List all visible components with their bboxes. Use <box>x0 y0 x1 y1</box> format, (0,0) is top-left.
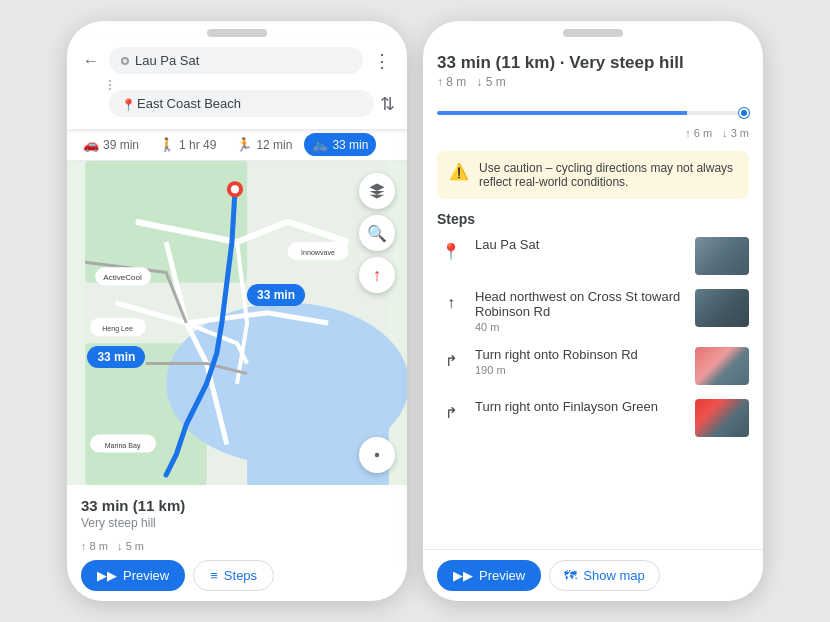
step-2-text: Head northwest on Cross St toward Robins… <box>475 289 685 333</box>
menu-button[interactable]: ⋮ <box>369 48 395 74</box>
time-badge-bottom: 33 min <box>87 346 145 368</box>
tab-walk-label: 1 hr 49 <box>179 138 216 152</box>
step-3-image <box>695 347 749 385</box>
step-3-turn-right-icon: ↱ <box>445 352 458 370</box>
tab-bike2[interactable]: 🏃 12 min <box>228 133 300 156</box>
elevation-section: ↑ 6 m ↓ 3 m <box>437 101 749 139</box>
tab-car[interactable]: 🚗 39 min <box>75 133 147 156</box>
search-map-button[interactable]: 🔍 <box>359 215 395 251</box>
map-background: ActiveCool Innowvave Heng Lee Marina Bay… <box>67 161 407 485</box>
layers-button[interactable] <box>359 173 395 209</box>
tab-car-label: 39 min <box>103 138 139 152</box>
right-preview-label: Preview <box>479 568 525 583</box>
step-3-main: Turn right onto Robinson Rd <box>475 347 685 362</box>
elevation-fill <box>437 111 749 115</box>
right-phone: 33 min (11 km) · Very steep hill ↑ 8 m ↓… <box>423 21 763 601</box>
steps-button[interactable]: ≡ Steps <box>193 560 274 591</box>
route-title: 33 min (11 km) <box>81 497 393 514</box>
origin-input[interactable]: Lau Pa Sat <box>109 47 363 74</box>
elevation-dot <box>739 108 749 118</box>
right-elev-down: ↓ 5 m <box>476 75 505 89</box>
step-4-text: Turn right onto Finlayson Green <box>475 399 685 414</box>
bottom-panel: 33 min (11 km) Very steep hill ↑ 8 m ↓ 5… <box>67 485 407 601</box>
step-1-main: Lau Pa Sat <box>475 237 685 252</box>
elevation-bar <box>437 101 749 125</box>
svg-text:Marina Bay: Marina Bay <box>105 442 141 450</box>
step-2-icon-wrap: ↑ <box>437 289 465 317</box>
warning-text: Use caution – cycling directions may not… <box>479 161 737 189</box>
tab-bike2-label: 12 min <box>256 138 292 152</box>
compass-button[interactable]: ↑ <box>359 257 395 293</box>
step-1-image <box>695 237 749 275</box>
route-subtitle-text: Very steep hill <box>81 516 156 530</box>
step-2-image <box>695 289 749 327</box>
step-4-main: Turn right onto Finlayson Green <box>475 399 685 414</box>
origin-dot-icon <box>121 57 129 65</box>
elev-label-up: ↑ 6 m <box>685 127 712 139</box>
step-2-main: Head northwest on Cross St toward Robins… <box>475 289 685 319</box>
step-3-thumb <box>695 347 749 385</box>
step-1-pin-icon: 📍 <box>441 242 461 261</box>
right-notch <box>563 29 623 37</box>
step-4-image <box>695 399 749 437</box>
elevation-info: ↑ 8 m ↓ 5 m <box>81 540 393 552</box>
dots-connector <box>79 80 395 90</box>
tab-bike-label: 33 min <box>332 138 368 152</box>
steps-icon: ≡ <box>210 568 218 583</box>
map-icon: 🗺 <box>564 568 577 583</box>
steps-label: Steps <box>224 568 257 583</box>
right-route-title: 33 min (11 km) · Very steep hill <box>437 53 749 73</box>
bike-icon: 🚲 <box>312 137 328 152</box>
destination-text: East Coast Beach <box>137 96 241 111</box>
tab-bike[interactable]: 🚲 33 min <box>304 133 376 156</box>
preview-label: Preview <box>123 568 169 583</box>
step-2-arrow-up-icon: ↑ <box>447 294 455 312</box>
back-button[interactable]: ← <box>79 49 103 73</box>
left-notch <box>207 29 267 37</box>
dest-pin-icon: 📍 <box>121 98 131 110</box>
svg-text:Heng Lee: Heng Lee <box>102 325 133 333</box>
preview-icon: ▶▶ <box>97 568 117 583</box>
step-3-text: Turn right onto Robinson Rd 190 m <box>475 347 685 376</box>
my-location-button[interactable] <box>359 437 395 473</box>
map-svg: ActiveCool Innowvave Heng Lee Marina Bay <box>67 161 407 485</box>
step-item-1: 📍 Lau Pa Sat <box>437 237 749 275</box>
route-subtitle: Very steep hill <box>81 516 393 530</box>
swap-button[interactable]: ⇅ <box>380 93 395 115</box>
right-route-sub: ↑ 8 m ↓ 5 m <box>437 75 749 89</box>
svg-text:Innowvave: Innowvave <box>301 249 335 257</box>
action-buttons: ▶▶ Preview ≡ Steps <box>81 560 393 591</box>
show-map-label: Show map <box>583 568 644 583</box>
destination-input[interactable]: 📍 East Coast Beach <box>109 90 374 117</box>
step-1-text: Lau Pa Sat <box>475 237 685 252</box>
step-item-4: ↱ Turn right onto Finlayson Green <box>437 399 749 437</box>
right-preview-icon: ▶▶ <box>453 568 473 583</box>
elev-up: ↑ 8 m <box>81 540 108 552</box>
screen-container: ← Lau Pa Sat ⋮ 📍 East Coast Beach <box>47 1 783 621</box>
left-phone: ← Lau Pa Sat ⋮ 📍 East Coast Beach <box>67 21 407 601</box>
step-item-2: ↑ Head northwest on Cross St toward Robi… <box>437 289 749 333</box>
step-item-3: ↱ Turn right onto Robinson Rd 190 m <box>437 347 749 385</box>
origin-row: ← Lau Pa Sat ⋮ <box>79 47 395 74</box>
svg-point-15 <box>375 453 380 458</box>
step-2-thumb <box>695 289 749 327</box>
show-map-button[interactable]: 🗺 Show map <box>549 560 659 591</box>
map-area: ActiveCool Innowvave Heng Lee Marina Bay… <box>67 161 407 485</box>
elev-label-down: ↓ 3 m <box>722 127 749 139</box>
step-3-icon-wrap: ↱ <box>437 347 465 375</box>
step-1-thumb <box>695 237 749 275</box>
right-preview-button[interactable]: ▶▶ Preview <box>437 560 541 591</box>
svg-point-6 <box>231 185 239 193</box>
time-badge-top: 33 min <box>247 284 305 306</box>
step-4-thumb <box>695 399 749 437</box>
step-4-icon-wrap: ↱ <box>437 399 465 427</box>
tab-walk[interactable]: 🚶 1 hr 49 <box>151 133 224 156</box>
steps-heading: Steps <box>437 211 749 227</box>
transport-tabs: 🚗 39 min 🚶 1 hr 49 🏃 12 min 🚲 33 min <box>67 129 407 161</box>
step-1-icon-wrap: 📍 <box>437 237 465 265</box>
step-3-sub: 190 m <box>475 364 685 376</box>
warning-icon: ⚠️ <box>449 162 469 181</box>
right-bottom-bar: ▶▶ Preview 🗺 Show map <box>423 549 763 601</box>
preview-button[interactable]: ▶▶ Preview <box>81 560 185 591</box>
walk-icon: 🚶 <box>159 137 175 152</box>
